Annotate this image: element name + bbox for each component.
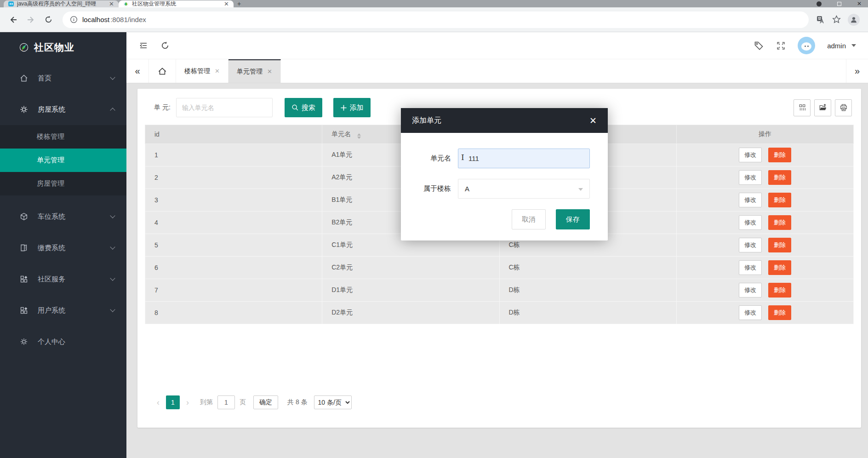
delete-button[interactable]: 删除 bbox=[768, 283, 791, 298]
close-tab-icon[interactable]: ✕ bbox=[224, 0, 229, 7]
reload-icon[interactable] bbox=[41, 13, 55, 27]
building-select[interactable]: A bbox=[458, 179, 590, 199]
add-button-label: 添加 bbox=[350, 103, 364, 112]
delete-button[interactable]: 删除 bbox=[768, 215, 791, 230]
goto-page-input[interactable] bbox=[217, 395, 235, 409]
page-size-select[interactable]: 10 条/页 bbox=[314, 395, 352, 409]
sidebar-item-label: 用户系统 bbox=[38, 306, 102, 315]
next-page-icon[interactable]: › bbox=[184, 398, 191, 407]
cell-id: 1 bbox=[145, 144, 322, 166]
cell-id: 3 bbox=[145, 189, 322, 212]
save-button[interactable]: 保存 bbox=[556, 209, 590, 229]
collapse-sidebar-icon[interactable] bbox=[138, 40, 148, 51]
tab-home[interactable] bbox=[148, 59, 176, 83]
browser-window: java高级程序员的个人空间_哔哩 ✕ 社区物业管理系统 ✕ + ✕ local… bbox=[0, 0, 868, 458]
edit-button[interactable]: 修改 bbox=[739, 170, 762, 185]
export-button[interactable] bbox=[814, 99, 831, 116]
prev-page-icon[interactable]: ‹ bbox=[155, 398, 161, 407]
search-button-label: 搜索 bbox=[302, 103, 315, 112]
delete-button[interactable]: 删除 bbox=[768, 260, 791, 275]
unit-name-input[interactable] bbox=[458, 149, 590, 168]
sidebar-item-parking-system[interactable]: 车位系统 bbox=[0, 201, 126, 232]
cell-building: D栋 bbox=[499, 302, 676, 324]
edit-button[interactable]: 修改 bbox=[739, 215, 762, 230]
close-tab-icon[interactable]: ✕ bbox=[215, 68, 220, 74]
sort-icon[interactable] bbox=[357, 133, 361, 139]
sidebar-item-label: 房屋系统 bbox=[38, 105, 102, 114]
browser-profile-icon[interactable] bbox=[848, 14, 860, 26]
search-button[interactable]: 搜索 bbox=[285, 98, 322, 117]
search-input[interactable] bbox=[176, 98, 273, 117]
fullscreen-icon[interactable] bbox=[776, 41, 786, 51]
cancel-button[interactable]: 取消 bbox=[512, 209, 546, 229]
translate-icon[interactable] bbox=[816, 15, 825, 24]
modal-header[interactable]: 添加单元 ✕ bbox=[401, 108, 608, 133]
browser-tab-bilibili[interactable]: java高级程序员的个人空间_哔哩 ✕ bbox=[4, 0, 119, 7]
delete-button[interactable]: 删除 bbox=[768, 238, 791, 252]
sidebar-item-payment-system[interactable]: 缴费系统 bbox=[0, 232, 126, 263]
cell-building: D栋 bbox=[499, 279, 676, 302]
sidebar-item-unit-mgmt[interactable]: 单元管理 bbox=[0, 149, 126, 172]
bookmark-star-icon[interactable] bbox=[832, 15, 841, 24]
edit-button[interactable]: 修改 bbox=[739, 283, 762, 298]
chevron-down-icon[interactable] bbox=[851, 44, 856, 47]
edit-button[interactable]: 修改 bbox=[739, 193, 762, 207]
edit-button[interactable]: 修改 bbox=[739, 260, 762, 275]
close-icon[interactable]: ✕ bbox=[589, 115, 597, 126]
browser-tab-title: java高级程序员的个人空间_哔哩 bbox=[17, 0, 106, 7]
sidebar-item-building-mgmt[interactable]: 楼栋管理 bbox=[0, 125, 126, 149]
forward-icon[interactable] bbox=[24, 13, 38, 27]
print-button[interactable] bbox=[835, 99, 852, 116]
delete-button[interactable]: 删除 bbox=[768, 193, 791, 207]
cell-name: C2单元 bbox=[322, 257, 499, 279]
delete-button[interactable]: 删除 bbox=[768, 305, 791, 320]
sidebar-item-room-mgmt[interactable]: 房屋管理 bbox=[0, 172, 126, 195]
add-button[interactable]: 添加 bbox=[333, 98, 371, 117]
address-bar[interactable]: localhost:8081/index bbox=[63, 11, 809, 28]
sidebar-item-personal-center[interactable]: 个人中心 bbox=[0, 326, 126, 357]
sidebar-submenu: 楼栋管理 单元管理 房屋管理 bbox=[0, 125, 126, 195]
chevron-up-icon bbox=[110, 108, 115, 113]
edit-button[interactable]: 修改 bbox=[739, 305, 762, 320]
tag-icon[interactable] bbox=[754, 40, 764, 51]
sidebar-item-house-system[interactable]: 房屋系统 bbox=[0, 94, 126, 125]
browser-tab-app[interactable]: 社区物业管理系统 ✕ bbox=[119, 0, 234, 7]
tabs-scroll-left-icon[interactable]: « bbox=[126, 59, 148, 83]
close-tab-icon[interactable]: ✕ bbox=[109, 0, 114, 7]
chevron-down-icon bbox=[110, 74, 115, 80]
close-tab-icon[interactable]: ✕ bbox=[267, 68, 272, 75]
grid-icon bbox=[19, 306, 29, 315]
filter-columns-button[interactable] bbox=[794, 99, 811, 116]
tab-building-mgmt[interactable]: 楼栋管理 ✕ bbox=[176, 59, 228, 83]
app-tabbar: « 楼栋管理 ✕ 单元管理 ✕ » bbox=[126, 59, 868, 83]
cell-id: 8 bbox=[145, 302, 322, 324]
window-controls: ✕ bbox=[817, 0, 868, 7]
goto-confirm-button[interactable]: 确定 bbox=[253, 395, 278, 409]
sidebar-item-user-system[interactable]: 用户系统 bbox=[0, 295, 126, 326]
refresh-icon[interactable] bbox=[160, 41, 170, 50]
new-tab-button[interactable]: + bbox=[234, 0, 245, 7]
close-window-icon[interactable]: ✕ bbox=[857, 0, 862, 7]
site-info-icon[interactable] bbox=[70, 16, 78, 23]
export-icon bbox=[819, 103, 827, 112]
edit-button[interactable]: 修改 bbox=[739, 148, 762, 162]
current-page[interactable]: 1 bbox=[166, 395, 180, 409]
chevron-down-icon bbox=[110, 244, 115, 249]
tabs-scroll-right-icon[interactable]: » bbox=[846, 59, 868, 83]
back-icon[interactable] bbox=[6, 13, 20, 27]
extension-badge-icon[interactable] bbox=[817, 1, 822, 6]
edit-button[interactable]: 修改 bbox=[739, 238, 762, 252]
username[interactable]: admin bbox=[827, 42, 846, 50]
chevron-down-icon bbox=[110, 307, 115, 312]
restore-window-icon[interactable] bbox=[837, 2, 841, 6]
delete-button[interactable]: 删除 bbox=[768, 148, 791, 162]
sidebar-item-community-service[interactable]: 社区服务 bbox=[0, 263, 126, 295]
tab-unit-mgmt[interactable]: 单元管理 ✕ bbox=[228, 59, 281, 83]
sidebar-subitem-label: 房屋管理 bbox=[37, 179, 64, 188]
total-count: 共 8 条 bbox=[287, 398, 308, 406]
sidebar-item-home[interactable]: 首页 bbox=[0, 63, 126, 94]
delete-button[interactable]: 删除 bbox=[768, 170, 791, 185]
user-avatar[interactable] bbox=[798, 37, 815, 54]
search-label: 单 元: bbox=[154, 103, 171, 112]
rocket-logo-icon bbox=[19, 43, 29, 52]
